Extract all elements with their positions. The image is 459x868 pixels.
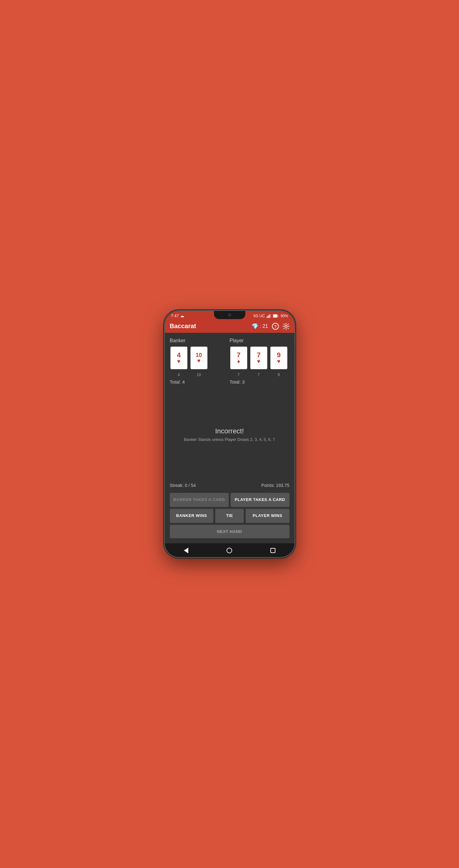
gem-score: 💎 : 21 — [252, 323, 268, 330]
svg-rect-6 — [278, 315, 278, 317]
hands-row: Banker 4 ♥ 10 ♥ 4 — [170, 338, 289, 384]
colon: : — [260, 323, 261, 329]
nav-bar — [165, 543, 294, 557]
top-button-row: BANKER TAKES A CARD PLAYER TAKES A CARD — [170, 493, 289, 507]
svg-rect-7 — [273, 315, 277, 317]
back-button[interactable] — [178, 547, 195, 555]
main-content: Banker 4 ♥ 10 ♥ 4 — [165, 333, 294, 543]
player-cards: 7 ♦ 7 ♥ 9 ♥ — [230, 346, 289, 370]
recent-button[interactable] — [264, 547, 282, 554]
banker-label: Banker — [170, 338, 230, 343]
status-time: 7:47 ☁ — [171, 313, 184, 318]
settings-button[interactable] — [283, 323, 289, 330]
player-card-3: 9 ♥ — [270, 346, 288, 370]
next-hand-button[interactable]: NEXT HAND — [170, 525, 289, 538]
result-subtitle: Banker Stands unless Player Draws 2, 3, … — [184, 437, 275, 442]
middle-button-row: BANKER WINS TIE PLAYER WINS — [170, 509, 289, 523]
svg-point-10 — [285, 325, 287, 327]
gem-count: 21 — [263, 323, 268, 329]
player-card-labels: 7 7 9 — [230, 372, 289, 377]
banker-card-2: 10 ♥ — [190, 346, 208, 370]
app-bar: Baccarat 💎 : 21 ? — [165, 319, 294, 333]
svg-rect-2 — [268, 315, 269, 318]
svg-rect-1 — [267, 316, 268, 318]
network-indicator: 5G UC — [254, 314, 265, 318]
player-takes-card-button[interactable]: PLAYER TAKES A CARD — [231, 493, 289, 507]
player-wins-button[interactable]: PLAYER WINS — [246, 509, 289, 523]
tie-button[interactable]: TIE — [215, 509, 243, 523]
svg-rect-0 — [267, 317, 267, 318]
banker-card-labels: 4 10 — [170, 372, 230, 377]
player-total: Total: 3 — [230, 379, 289, 384]
app-bar-actions: 💎 : 21 ? — [252, 323, 289, 330]
banker-section: Banker 4 ♥ 10 ♥ 4 — [170, 338, 230, 384]
recent-icon — [270, 548, 276, 553]
gem-icon: 💎 — [252, 323, 258, 330]
home-button[interactable] — [220, 547, 238, 555]
streak-display: Streak: 0 / 54 — [170, 483, 196, 488]
action-buttons: BANKER TAKES A CARD PLAYER TAKES A CARD … — [170, 493, 289, 538]
help-icon: ? — [272, 323, 279, 330]
banker-takes-card-button[interactable]: BANKER TAKES A CARD — [170, 493, 229, 507]
result-title: Incorrect! — [215, 427, 244, 435]
svg-rect-3 — [269, 314, 270, 318]
status-right: 5G UC 90% — [254, 314, 288, 318]
app-title: Baccarat — [170, 322, 196, 330]
player-section: Player 7 ♦ 7 ♥ 9 ♥ — [230, 338, 289, 384]
back-icon — [184, 548, 188, 553]
cloud-icon: ☁ — [180, 313, 184, 318]
camera — [228, 313, 231, 317]
player-label: Player — [230, 338, 289, 343]
result-section: Incorrect! Banker Stands unless Player D… — [170, 388, 289, 480]
player-card-1: 7 ♦ — [230, 346, 248, 370]
signal-icon — [267, 314, 271, 318]
svg-rect-4 — [270, 314, 271, 318]
battery-percentage: 90% — [280, 314, 288, 318]
svg-text:?: ? — [274, 324, 277, 329]
banker-total: Total: 4 — [170, 379, 230, 384]
battery-icon — [273, 314, 279, 318]
banker-wins-button[interactable]: BANKER WINS — [170, 509, 214, 523]
stats-row: Streak: 0 / 54 Points: 193.75 — [170, 480, 289, 490]
settings-icon — [283, 323, 289, 330]
help-button[interactable]: ? — [272, 323, 279, 330]
player-card-2: 7 ♥ — [250, 346, 268, 370]
home-icon — [227, 548, 232, 553]
banker-cards: 4 ♥ 10 ♥ — [170, 346, 230, 370]
banker-card-1: 4 ♥ — [170, 346, 188, 370]
points-display: Points: 193.75 — [261, 483, 289, 488]
time-display: 7:47 — [171, 313, 179, 318]
